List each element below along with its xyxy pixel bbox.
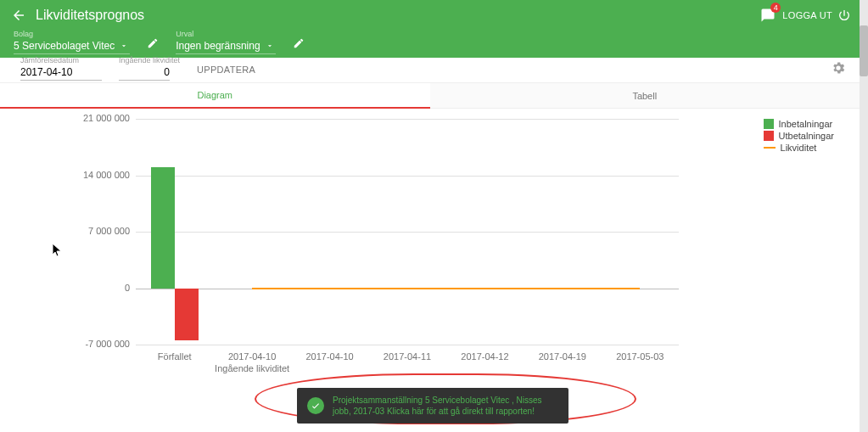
x-tick-label: 2017-04-19: [539, 351, 586, 362]
bar-utbetalningar: [175, 289, 199, 341]
chart-legend: Inbetalningar Utbetalningar Likviditet: [764, 119, 834, 154]
uppdatera-button[interactable]: UPPDATERA: [197, 65, 255, 75]
x-tick-label: 2017-04-10: [228, 351, 276, 362]
urval-select[interactable]: Urval Ingen begränsning: [176, 30, 275, 54]
swatch-icon: [764, 131, 774, 141]
bolag-label: Bolag: [14, 30, 130, 38]
legend-item: Utbetalningar: [764, 131, 834, 141]
messages-badge: 4: [770, 3, 781, 13]
ingaende-label: Ingående likviditet: [119, 56, 180, 65]
legend-item: Inbetalningar: [764, 119, 834, 129]
line-likviditet: [252, 288, 640, 289]
tab-diagram[interactable]: Diagram: [0, 83, 430, 109]
x-tick-label: 2017-04-12: [461, 351, 508, 362]
x-tick-label: 2017-05-03: [616, 351, 664, 362]
urval-value: Ingen begränsning: [176, 38, 275, 54]
jamfor-label: Jämförelsedatum: [20, 56, 102, 65]
x-tick-sublabel: Ingående likviditet: [215, 363, 289, 373]
y-tick-label: 0: [62, 283, 130, 293]
logout-button[interactable]: LOGGA UT: [782, 10, 832, 20]
y-tick-label: 21 000 000: [62, 113, 130, 123]
power-button[interactable]: [837, 8, 851, 22]
y-tick-label: 7 000 000: [62, 226, 130, 236]
chevron-down-icon: [120, 42, 128, 50]
back-button[interactable]: [8, 5, 29, 25]
swatch-icon: [764, 147, 776, 149]
legend-item: Likviditet: [764, 143, 834, 153]
bolag-select[interactable]: Bolag 5 Servicebolaget Vitec: [14, 30, 130, 54]
x-tick-label: 2017-04-10: [305, 351, 353, 362]
bar-inbetalningar: [151, 167, 175, 289]
page-title: Likviditetsprognos: [36, 8, 144, 23]
urval-label: Urval: [176, 30, 275, 38]
gear-icon[interactable]: [831, 60, 846, 79]
ingaende-input[interactable]: [119, 65, 170, 81]
chevron-down-icon: [266, 42, 274, 50]
y-tick-label: 14 000 000: [62, 170, 130, 180]
swatch-icon: [764, 119, 774, 129]
scrollbar-thumb[interactable]: [860, 25, 868, 76]
jamfor-input[interactable]: [20, 65, 102, 81]
bolag-value: 5 Servicebolaget Vitec: [14, 38, 130, 54]
bolag-edit-button[interactable]: [147, 37, 159, 53]
y-tick-label: -7 000 000: [62, 339, 130, 349]
filter-bar: Jämförelsedatum Ingående likviditet UPPD…: [0, 58, 860, 83]
tab-tabell[interactable]: Tabell: [430, 83, 860, 109]
view-tabs: Diagram Tabell: [0, 83, 860, 109]
chart-area: Inbetalningar Utbetalningar Likviditet -…: [0, 109, 860, 432]
chart-plot: [136, 119, 679, 345]
report-toast[interactable]: Projektsammanställning 5 Servicebolaget …: [297, 388, 568, 424]
check-icon: [307, 397, 324, 414]
urval-edit-button[interactable]: [293, 37, 305, 53]
messages-button[interactable]: 4: [760, 8, 776, 23]
toast-text: Projektsammanställning 5 Servicebolaget …: [333, 395, 558, 417]
x-tick-label: 2017-04-11: [384, 351, 431, 362]
x-tick-label: Förfallet: [158, 351, 192, 362]
scrollbar[interactable]: [860, 0, 868, 432]
app-header: Likviditetsprognos 4 LOGGA UT Bolag 5 Se…: [0, 0, 860, 58]
